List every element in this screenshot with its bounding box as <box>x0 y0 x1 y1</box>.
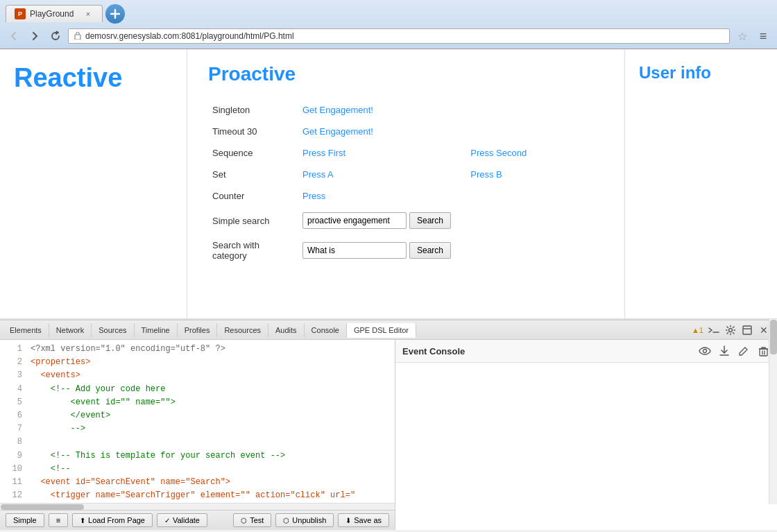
forward-button[interactable] <box>26 28 43 44</box>
proactive-heading: Proactive <box>208 63 604 85</box>
userinfo-section: User info <box>624 49 777 318</box>
nav-bar: demosrv.genesyslab.com:8081/playground/h… <box>0 24 777 49</box>
simple-search-button[interactable]: Search <box>409 212 451 229</box>
row-label-set: Set <box>208 164 298 185</box>
tab-gpe-dsl-editor[interactable]: GPE DSL Editor <box>347 323 416 338</box>
event-delete-icon[interactable] <box>756 344 770 358</box>
tab-profiles[interactable]: Profiles <box>178 323 218 337</box>
table-row: Singleton Get Engagement! <box>208 99 604 121</box>
tab-close-btn[interactable]: × <box>83 8 94 19</box>
table-row: Set Press A Press B <box>208 164 604 185</box>
tab-network[interactable]: Network <box>49 323 92 337</box>
event-console-header: Event Console <box>395 340 777 363</box>
code-editor-pane: 1 <?xml version="1.0" encoding="utf-8" ?… <box>0 340 395 530</box>
unpublish-icon: ⬡ <box>283 517 289 524</box>
address-bar[interactable]: demosrv.genesyslab.com:8081/playground/h… <box>68 28 730 44</box>
simple-view-label: Simple <box>13 516 37 524</box>
row-label-counter: Counter <box>208 185 298 207</box>
code-toolbar: Simple ≡ ⬆ Load From Page ✓ Validate ⬡ T… <box>0 510 395 530</box>
svg-point-1 <box>729 328 733 332</box>
back-button[interactable] <box>6 28 22 44</box>
table-row: Sequence Press First Press Second <box>208 142 604 164</box>
reactive-heading: Reactive <box>14 63 173 93</box>
tab-sources[interactable]: Sources <box>92 323 134 337</box>
simple-view-button[interactable]: Simple <box>6 513 44 527</box>
sequence-press-second-link[interactable]: Press Second <box>470 148 527 158</box>
userinfo-heading: User info <box>639 63 763 83</box>
svg-rect-2 <box>743 326 751 334</box>
svg-rect-4 <box>760 349 767 356</box>
row-label-category-search: Search with category <box>208 234 298 266</box>
proactive-section: Proactive Singleton Get Engagement! Time… <box>187 49 624 318</box>
code-editor[interactable]: 1 <?xml version="1.0" encoding="utf-8" ?… <box>0 340 395 503</box>
singleton-get-engagement-link[interactable]: Get Engagement! <box>302 105 373 115</box>
tab-favicon: P <box>15 8 26 19</box>
load-icon: ⬆ <box>80 517 85 524</box>
address-bar-lock-icon <box>74 31 81 41</box>
event-edit-icon[interactable] <box>737 344 751 358</box>
category-search-button[interactable]: Search <box>409 242 451 259</box>
reactive-section: Reactive <box>0 49 187 318</box>
tab-audits[interactable]: Audits <box>268 323 305 337</box>
devtools-console-icon[interactable] <box>708 324 720 336</box>
unpublish-button[interactable]: ⬡ Unpublish <box>275 513 334 527</box>
save-label: Save as <box>354 516 382 524</box>
table-row: Timeout 30 Get Engagement! <box>208 121 604 142</box>
address-bar-url: demosrv.genesyslab.com:8081/playground/h… <box>85 31 724 41</box>
devtools-warning: ▲1 <box>692 326 703 334</box>
tab-title: PlayGround <box>30 9 74 19</box>
save-icon: ⬇ <box>345 517 351 524</box>
list-item: 11 <event id="SearchEvent" name="Search"… <box>0 476 395 489</box>
page-content: Reactive Proactive Singleton Get Engagem… <box>0 49 777 320</box>
save-as-button[interactable]: ⬇ Save as <box>338 513 389 527</box>
row-label-simple-search: Simple search <box>208 207 298 234</box>
browser-chrome: P PlayGround × demosrv.genesyslab.com:80… <box>0 0 777 49</box>
list-item: 5 <event id="" name=""> <box>0 396 395 409</box>
event-console-pane: Event Console <box>395 340 777 530</box>
new-tab-button[interactable] <box>105 4 125 24</box>
devtools-settings-icon[interactable] <box>724 324 737 336</box>
devtools-dock-icon[interactable] <box>741 324 753 336</box>
event-eye-icon[interactable] <box>698 344 712 358</box>
horizontal-scrollbar-thumb[interactable] <box>1 504 84 510</box>
table-row: Counter Press <box>208 185 604 207</box>
set-press-b-link[interactable]: Press B <box>470 169 502 180</box>
bookmark-icon[interactable]: ☆ <box>734 28 751 44</box>
simple-search-input[interactable] <box>302 212 407 229</box>
counter-press-link[interactable]: Press <box>302 191 325 201</box>
event-download-icon[interactable] <box>717 344 731 358</box>
tab-timeline[interactable]: Timeline <box>135 323 178 337</box>
list-item: 2 <properties> <box>0 356 395 369</box>
event-console-body <box>395 363 777 530</box>
list-item: 3 <events> <box>0 369 395 382</box>
row-label-sequence: Sequence <box>208 142 298 164</box>
load-label: Load From Page <box>88 516 145 524</box>
category-search-input[interactable] <box>302 242 407 259</box>
list-item: 8 <box>0 436 395 449</box>
horizontal-scrollbar[interactable] <box>0 503 395 510</box>
test-button[interactable]: ⬡ Test <box>233 513 271 527</box>
row-label-singleton: Singleton <box>208 99 298 121</box>
list-item: 7 --> <box>0 422 395 436</box>
devtools-tab-bar: Elements Network Sources Timeline Profil… <box>0 320 777 340</box>
load-from-page-button[interactable]: ⬆ Load From Page <box>72 513 153 527</box>
tab-resources[interactable]: Resources <box>217 323 268 337</box>
menu-icon[interactable]: ≡ <box>755 28 771 44</box>
tab-elements[interactable]: Elements <box>3 323 49 337</box>
unpublish-label: Unpublish <box>292 516 326 524</box>
validate-label: Validate <box>173 516 200 524</box>
reload-button[interactable] <box>47 28 64 44</box>
sequence-press-first-link[interactable]: Press First <box>302 148 345 158</box>
validate-button[interactable]: ✓ Validate <box>157 513 207 527</box>
set-press-a-link[interactable]: Press A <box>302 169 334 180</box>
browser-tab[interactable]: P PlayGround × <box>6 5 103 22</box>
test-icon: ⬡ <box>241 517 247 524</box>
devtools-panel: Elements Network Sources Timeline Profil… <box>0 320 777 530</box>
timeout-get-engagement-link[interactable]: Get Engagement! <box>302 126 373 137</box>
list-item: 9 <!-- This is template for your search … <box>0 449 395 463</box>
list-view-button[interactable]: ≡ <box>49 513 68 527</box>
tab-console[interactable]: Console <box>305 323 347 337</box>
event-console-title: Event Console <box>402 346 465 357</box>
list-item: 4 <!-- Add your code here <box>0 383 395 396</box>
table-row: Simple search Search <box>208 207 604 234</box>
